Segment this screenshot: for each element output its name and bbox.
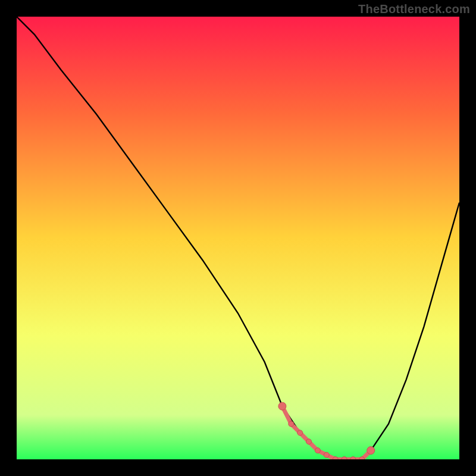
valley-point <box>298 430 303 436</box>
valley-point <box>359 457 365 460</box>
valley-point <box>324 452 329 458</box>
valley-point <box>333 457 338 460</box>
valley-point <box>342 457 347 460</box>
plot-svg <box>17 17 459 459</box>
valley-point <box>278 402 286 410</box>
plot-area <box>17 17 459 459</box>
valley-point <box>350 457 356 460</box>
gradient-background <box>17 17 459 459</box>
valley-point <box>367 447 375 455</box>
valley-point <box>315 448 320 453</box>
valley-point <box>289 421 294 427</box>
watermark-text: TheBottleneck.com <box>358 2 470 16</box>
valley-point <box>306 439 312 444</box>
chart-frame: TheBottleneck.com <box>0 0 476 476</box>
